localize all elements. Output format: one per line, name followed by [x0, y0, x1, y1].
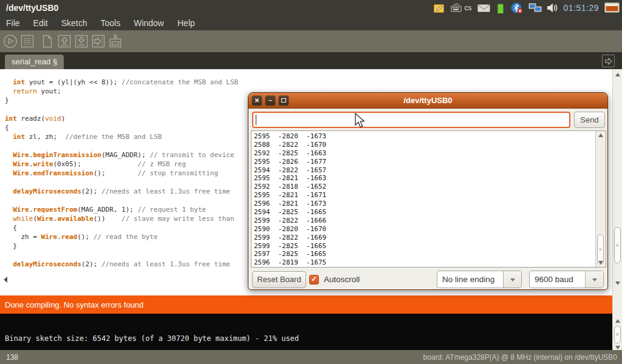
line-ending-dropdown[interactable]: No line ending	[437, 271, 522, 288]
console-scroll-down-icon[interactable]	[615, 346, 620, 349]
editor-scroll-down-icon[interactable]	[615, 281, 620, 285]
serial-monitor-titlebar[interactable]: /dev/ttyUSB0	[248, 93, 607, 109]
code-line	[5, 141, 238, 150]
console-scroll-up-icon[interactable]	[615, 319, 620, 323]
chevron-down-icon[interactable]	[585, 271, 603, 288]
note-icon[interactable]	[433, 2, 445, 14]
autoscroll-label[interactable]: Autoscroll	[324, 275, 360, 284]
menu-window[interactable]: Window	[134, 18, 164, 28]
build-console: Binary sketch size: 6542 bytes (of a 307…	[0, 314, 612, 350]
code-line: int readz(void)	[5, 114, 238, 123]
code-line: {	[5, 123, 238, 132]
compile-status-bar: Done compiling. No syntax errors found	[0, 295, 612, 314]
code-line: {	[5, 223, 238, 232]
upload-button[interactable]	[91, 34, 106, 49]
code-line: int zl, zh; //define the MSB and LSB	[5, 132, 238, 141]
compile-status-text: Done compiling. No syntax errors found	[5, 300, 143, 309]
stop-button[interactable]	[20, 34, 35, 49]
menu-tools[interactable]: Tools	[101, 18, 121, 28]
serial-line: 2588 -2822 -1670	[254, 141, 595, 149]
clock[interactable]: 01:51:29	[564, 3, 600, 13]
new-sketch-button[interactable]	[40, 34, 55, 49]
serial-line: 2596 -2821 -1673	[254, 200, 595, 208]
code-line	[5, 105, 238, 114]
serial-line: 2595 -2826 -1677	[254, 158, 595, 166]
chevron-down-icon[interactable]	[503, 271, 521, 288]
display-icon[interactable]	[604, 2, 620, 14]
baud-rate-dropdown[interactable]: 9600 baud	[529, 271, 604, 288]
screen: /dev/ttyUSB0 cs 01:51:29 FileEditSketchT…	[0, 0, 622, 364]
editor-scroll-thumb[interactable]: ≡	[614, 227, 621, 263]
baud-rate-value: 9600 baud	[535, 271, 573, 288]
keyboard-layout-label[interactable]: cs	[465, 4, 472, 12]
battery-icon[interactable]	[496, 2, 505, 14]
serial-output-panel[interactable]: 2595 -2820 -16732588 -2822 -16702592 -28…	[251, 130, 606, 268]
code-area[interactable]: int yout = (yl|(yh << 8)); //concatenate…	[5, 78, 238, 269]
line-ending-value: No line ending	[442, 271, 494, 288]
bluetooth-icon[interactable]	[511, 2, 523, 14]
tabbar: serial_read §	[0, 52, 622, 69]
serial-scroll-up-icon[interactable]	[598, 133, 603, 137]
volume-icon[interactable]	[547, 3, 558, 13]
close-button[interactable]: ✕	[251, 95, 262, 106]
code-line: while(Wire.available()) // slave may wri…	[5, 214, 238, 223]
tab-serial-read[interactable]: serial_read §	[5, 55, 64, 69]
serial-monitor-button[interactable]	[108, 34, 123, 49]
top-panel: /dev/ttyUSB0 cs 01:51:29	[0, 0, 622, 16]
code-line: Wire.requestFrom(MAG_ADDR, 1); // reques…	[5, 205, 238, 214]
serial-line: 2594 -2822 -1657	[254, 166, 595, 175]
serial-line: 2595 -2821 -1671	[254, 191, 595, 200]
verify-button[interactable]	[3, 34, 18, 49]
code-line: int yout = (yl|(yh << 8)); //concatenate…	[5, 78, 238, 87]
editor-scroll-up-icon[interactable]	[615, 73, 620, 76]
serial-monitor-window: /dev/ttyUSB0 ✕ – Send 2595 -2820 -167325…	[248, 92, 608, 290]
toolbar	[0, 30, 622, 52]
send-button[interactable]: Send	[574, 112, 605, 128]
menubar: FileEditSketchToolsWindowHelp	[0, 16, 622, 30]
serial-line: 2592 -2825 -1663	[254, 149, 595, 158]
serial-line: 2599 -2822 -1666	[254, 217, 595, 225]
serial-line: 2596 -2819 -1675	[254, 258, 595, 267]
code-line: zh = Wire.read(); // read the byte	[5, 232, 238, 241]
code-line	[5, 196, 238, 205]
code-line: Wire.endTransmission(); // stop transmit…	[5, 169, 238, 178]
menu-file[interactable]: File	[6, 18, 20, 28]
code-line: Wire.beginTransmission(MAG_ADDR); // tra…	[5, 150, 238, 160]
board-info: board: ATmega328P(A) @ 8 MHz (internal) …	[423, 353, 622, 362]
serial-line: 2599 -2822 -1669	[254, 234, 595, 242]
serial-line: 2594 -2825 -1665	[254, 208, 595, 217]
text-caret	[256, 115, 256, 125]
serial-send-input[interactable]	[252, 112, 570, 128]
serial-line: 2595 -2820 -1673	[254, 132, 595, 141]
menu-sketch[interactable]: Sketch	[61, 18, 87, 28]
serial-scrollbar[interactable]: ≡	[595, 131, 606, 267]
console-scroll-thumb[interactable]: ≡	[614, 326, 621, 343]
minimize-button[interactable]: –	[265, 95, 276, 106]
code-line: delayMicroseconds(2); //needs at least 1…	[5, 260, 238, 269]
menu-help[interactable]: Help	[177, 18, 195, 28]
serial-line: 2595 -2821 -1663	[254, 174, 595, 183]
network-icon[interactable]	[528, 2, 542, 13]
code-line: Wire.write(0x05); // z MSB reg	[5, 160, 238, 169]
code-line: delayMicroseconds(2); //needs at least 1…	[5, 187, 238, 196]
hscroll-left-arrow-icon[interactable]	[4, 277, 7, 283]
reset-board-button[interactable]: Reset Board	[252, 271, 306, 288]
right-scroll-column[interactable]: ≡ ≡	[612, 69, 622, 350]
line-number-indicator: 138	[0, 353, 423, 362]
menu-edit[interactable]: Edit	[33, 18, 48, 28]
tab-menu-button[interactable]	[602, 55, 615, 67]
code-line: }	[5, 241, 238, 251]
serial-line: 2599 -2825 -1665	[254, 242, 595, 251]
serial-output: 2595 -2820 -16732588 -2822 -16702592 -28…	[251, 131, 595, 267]
code-line: }	[5, 96, 238, 105]
open-button[interactable]	[57, 34, 72, 49]
autoscroll-checkbox[interactable]	[309, 275, 319, 285]
code-line: return yout;	[5, 87, 238, 96]
serial-scroll-down-icon[interactable]	[598, 261, 603, 265]
keyboard-layout-icon[interactable]	[451, 2, 462, 14]
serial-line: 2597 -2825 -1665	[254, 250, 595, 258]
mail-icon[interactable]	[477, 3, 490, 13]
serial-scroll-thumb[interactable]: ≡	[597, 234, 604, 265]
save-button[interactable]	[74, 34, 89, 49]
maximize-button[interactable]	[278, 95, 289, 106]
